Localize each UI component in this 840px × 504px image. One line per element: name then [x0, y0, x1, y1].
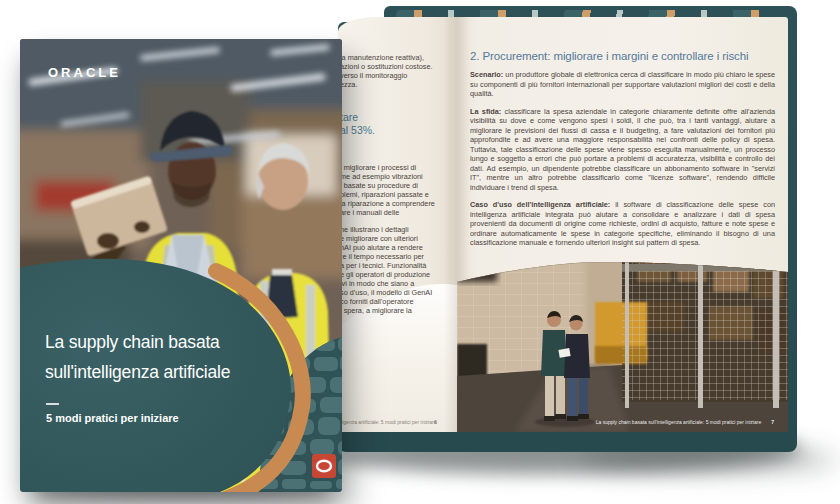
ebook-front-cover: ORACLE La supply chain basata sull'intel… — [20, 39, 342, 492]
paragraph-text: un produttore globale di elettronica cer… — [470, 70, 775, 98]
paragraph-sfida: La sfida: classificare la spesa aziendal… — [470, 107, 775, 193]
right-page-number: 7 — [771, 419, 774, 425]
wire-mesh — [622, 250, 788, 400]
left-page-line: re il tempo necessario per — [340, 252, 458, 261]
left-page-line: me ad esempio vibrazioni — [340, 172, 458, 181]
cover-title-line2: sull'intelligenza artificiale — [45, 357, 230, 387]
cover-artwork — [20, 39, 342, 492]
left-page-line: e gli operatori di produzione — [340, 270, 458, 279]
right-page-footer: La supply chain basata sull'intelligenza… — [457, 419, 774, 425]
left-page-line: co forniti dall'operatore — [340, 297, 458, 306]
warehouse-aisle-photo — [457, 250, 788, 432]
left-page-line: la manutenzione reattiva), — [340, 53, 458, 62]
paragraph-lead: La sfida: — [470, 107, 501, 116]
left-page-line: verso il monitoraggio — [340, 71, 458, 80]
left-page-paragraph: he illustrano i dettagli e migliorare co… — [340, 225, 458, 315]
left-page-line: azioni o sostituzioni costose. — [340, 62, 458, 71]
paragraph-lead: Caso d'uso dell'intelligenza artificiale… — [470, 200, 610, 209]
left-page-line: a per i tecnici. Funzionalità — [340, 261, 458, 270]
left-page-line: ezza. — [340, 80, 458, 89]
paragraph-scenario: Scenario: un produttore globale di elett… — [470, 70, 775, 99]
warehouse-aisle-illustration — [457, 250, 788, 432]
left-page-text: la manutenzione reattiva), azioni o sost… — [340, 53, 458, 315]
cover-title: La supply chain basata sull'intelligenza… — [45, 327, 230, 387]
title-divider — [46, 403, 59, 405]
left-page-footer: lligenza artificiale: 5 modi pratici per… — [340, 419, 456, 425]
left-page-line: nAI può aiutare a rendere — [340, 243, 458, 252]
left-page-line: are i manuali delle — [340, 208, 458, 217]
left-page-line: blemi, riparazioni passate e — [340, 190, 458, 199]
stat-line: al 53%. — [340, 124, 458, 137]
footer-text: La supply chain basata sull'intelligenza… — [596, 419, 762, 425]
left-page-line: i spera, a migliorare la — [340, 306, 458, 315]
left-page-paragraph: l migliorare i processi di me ad esempio… — [340, 163, 458, 217]
section-heading: 2. Procurement: migliorare i margini e c… — [470, 50, 780, 62]
paragraph-caso-duso: Caso d'uso dell'intelligenza artificiale… — [470, 200, 775, 248]
paragraph-lead: Scenario: — [470, 70, 503, 79]
left-page-line: e migliorare con ulteriori — [340, 234, 458, 243]
paragraph-text: classificare la spesa aziendale in categ… — [470, 107, 775, 192]
left-page-line: he illustrano i dettagli — [340, 225, 458, 234]
left-page-line: la riparazione a comprendere — [340, 199, 458, 208]
right-page: 2. Procurement: migliorare i margini e c… — [457, 17, 788, 432]
left-page-stat: tare al 53%. — [340, 111, 458, 137]
open-book-spread: la manutenzione reattiva), azioni o sost… — [338, 6, 797, 452]
oracle-badge-icon — [312, 454, 336, 478]
cover-subtitle: 5 modi pratici per iniziare — [46, 412, 179, 424]
spread-pages: la manutenzione reattiva), azioni o sost… — [338, 17, 788, 432]
left-page-line: so d'uso, il modello di GenAI — [340, 288, 458, 297]
oracle-wordmark: ORACLE — [48, 65, 121, 80]
left-page-line: i basate su procedure di — [340, 181, 458, 190]
photo-content — [457, 250, 788, 432]
cover-title-line1: La supply chain basata — [45, 327, 230, 357]
left-page-number: 6 — [434, 419, 437, 425]
ebook-mockup: la manutenzione reattiva), azioni o sost… — [0, 0, 840, 504]
left-page-line: ivi in modo che siano a — [340, 279, 458, 288]
stat-line: tare — [340, 111, 458, 124]
left-page-line: l migliorare i processi di — [340, 163, 458, 172]
